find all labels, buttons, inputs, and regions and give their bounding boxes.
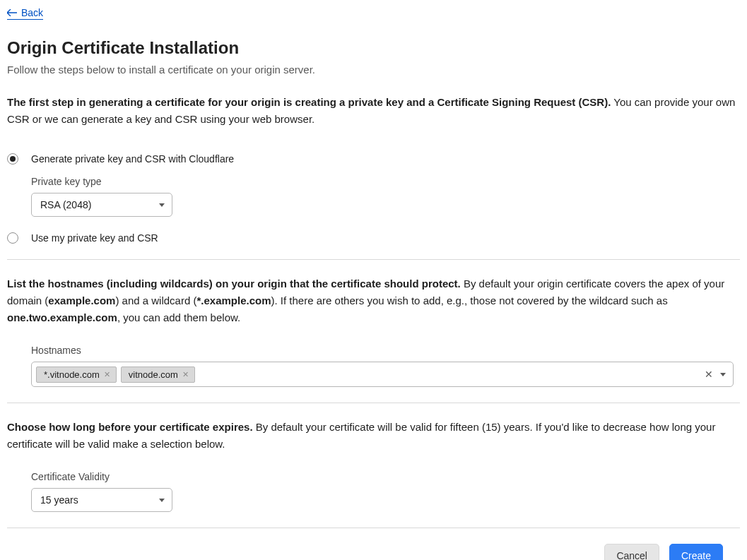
validity-select[interactable]: 15 years xyxy=(31,488,172,512)
create-button[interactable]: Create xyxy=(669,544,723,560)
remove-tag-icon[interactable]: ✕ xyxy=(104,371,110,379)
action-buttons: Cancel Create xyxy=(7,544,740,560)
chevron-down-icon[interactable] xyxy=(720,373,726,376)
cancel-button[interactable]: Cancel xyxy=(604,544,659,560)
validity-label: Certificate Validity xyxy=(31,471,740,482)
hostname-tag-label: *.vitnode.com xyxy=(44,369,100,380)
key-type-label: Private key type xyxy=(31,176,740,187)
back-link[interactable]: Back xyxy=(7,7,43,20)
chevron-down-icon xyxy=(159,499,165,502)
radio-row-generate[interactable]: Generate private key and CSR with Cloudf… xyxy=(7,153,740,165)
radio-row-own[interactable]: Use my private key and CSR xyxy=(7,232,740,244)
chevron-down-icon xyxy=(159,203,165,207)
arrow-left-icon xyxy=(7,7,17,18)
validity-bold: Choose how long before your certificate … xyxy=(7,421,253,433)
divider xyxy=(7,259,740,260)
key-type-value: RSA (2048) xyxy=(40,199,91,210)
intro-text: The first step in generating a certifica… xyxy=(7,94,740,128)
hostnames-label: Hostnames xyxy=(31,345,740,356)
intro-bold: The first step in generating a certifica… xyxy=(7,96,611,108)
page-title: Origin Certificate Installation xyxy=(7,38,740,58)
hostnames-tags-area[interactable]: *.vitnode.com ✕ vitnode.com ✕ xyxy=(36,367,705,383)
key-type-select[interactable]: RSA (2048) xyxy=(31,193,172,217)
radio-own-label: Use my private key and CSR xyxy=(31,232,158,244)
hostname-tag: *.vitnode.com ✕ xyxy=(36,367,117,383)
divider xyxy=(7,403,740,403)
radio-generate-label: Generate private key and CSR with Cloudf… xyxy=(31,153,234,165)
hostname-tag: vitnode.com ✕ xyxy=(121,367,195,383)
remove-tag-icon[interactable]: ✕ xyxy=(182,371,189,379)
page-subtitle: Follow the steps below to install a cert… xyxy=(7,64,740,76)
hostnames-text: List the hostnames (including wildcards)… xyxy=(7,275,740,326)
hostnames-input[interactable]: *.vitnode.com ✕ vitnode.com ✕ ✕ xyxy=(31,362,734,387)
divider xyxy=(7,528,740,528)
radio-generate[interactable] xyxy=(7,153,18,165)
back-link-label: Back xyxy=(21,7,43,18)
radio-own[interactable] xyxy=(7,232,18,244)
hostnames-bold: List the hostnames (including wildcards)… xyxy=(7,278,461,290)
validity-text: Choose how long before your certificate … xyxy=(7,419,740,453)
hostname-tag-label: vitnode.com xyxy=(129,369,178,380)
validity-value: 15 years xyxy=(40,494,78,506)
clear-all-icon[interactable]: ✕ xyxy=(705,369,713,380)
